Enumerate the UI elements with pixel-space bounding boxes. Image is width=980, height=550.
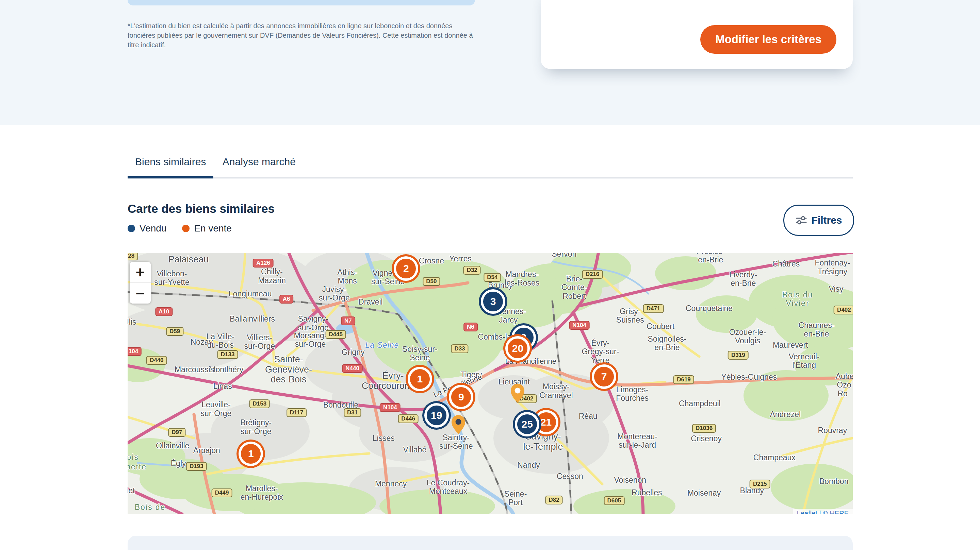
map-town-label: Crosne	[419, 257, 444, 265]
map-town-label: Presles- en-Brie	[696, 253, 725, 264]
map-town-label: Réau	[579, 412, 598, 420]
map-town-label: Soisy-sur- Seine	[402, 345, 438, 362]
map-marker-cluster[interactable]: 9	[449, 385, 473, 409]
map-town-label: Chaumes- en-Brie	[798, 321, 834, 338]
map-town-label: Limoges- Fourches	[616, 385, 649, 403]
map-town-label: Draveil	[358, 298, 383, 306]
road-shield-badge: D605	[604, 496, 625, 505]
map-town-label: Mennecy	[375, 480, 407, 488]
map-town-label: bette	[127, 463, 147, 471]
road-shield-badge: 28	[127, 253, 138, 260]
map-marker-cluster[interactable]: 20	[505, 336, 530, 361]
road-shield-badge: N7	[341, 317, 355, 325]
map-town-label: Servon	[552, 253, 576, 258]
map-attribution[interactable]: Leaflet | © HERE	[793, 509, 853, 514]
map-town-label: illet	[127, 487, 135, 495]
map-town-label: Chilly- Mazarin	[258, 268, 286, 285]
filters-button[interactable]: Filtres	[783, 204, 854, 236]
legend-label-en-vente: En vente	[194, 223, 232, 234]
map-town-label: Brétigny- sur-Orge	[240, 418, 272, 436]
map-town-label: Moissy- Cramayel	[539, 382, 573, 400]
map-town-label: Voisenon	[614, 476, 646, 484]
legend-item-vendu: Vendu	[127, 223, 166, 234]
map-town-label: Marolles- en-Hurepoix	[240, 484, 283, 501]
map-town-label: Aube	[836, 372, 853, 381]
map-town-label: Villabé	[403, 445, 427, 454]
map-town-label: Longjumeau	[229, 290, 272, 298]
map-town-label: Arpajon	[193, 446, 220, 455]
map-town-label: Ozouer-le- Voulgis	[729, 328, 766, 345]
estimation-disclaimer: *L'estimation du bien est calculée à par…	[127, 21, 475, 50]
modify-criteria-button[interactable]: Modifier les critères	[700, 25, 837, 54]
map-town-label: Ozo	[837, 381, 851, 389]
map-town-label: La Ville- du-Bois	[206, 333, 234, 350]
road-shield-badge: 104	[127, 347, 142, 356]
sale-dot-icon	[182, 225, 189, 232]
map-town-label: Montereau- sur-le-Jard	[617, 433, 657, 450]
map-town-label: Sainte- Geneviève- des-Bois	[265, 355, 312, 385]
road-shield-badge: D97	[168, 428, 185, 437]
map-water-label: La Seine	[366, 341, 399, 349]
road-shield-badge: D471	[643, 304, 664, 313]
map-marker-cluster[interactable]: 19	[424, 403, 449, 428]
map-town-label: Andrezel	[770, 411, 801, 419]
road-shield-badge: D446	[398, 414, 418, 423]
map-town-label: Châtres	[772, 260, 800, 268]
map-town-label: Palaiseau	[169, 255, 209, 265]
property-pin-icon[interactable]	[510, 384, 525, 404]
road-shield-badge: A126	[253, 259, 274, 268]
estimation-section: *L'estimation du bien est calculée à par…	[0, 0, 980, 125]
map-marker-cluster[interactable]: 1	[408, 367, 432, 391]
map-town-label: Verneuil- l'Étang	[789, 352, 820, 370]
map-marker-cluster[interactable]: 2	[394, 256, 418, 281]
map-town-label: Morsang- sur-Orge	[294, 331, 327, 349]
next-section-panel	[127, 536, 853, 550]
road-shield-badge: D117	[286, 408, 307, 417]
zoom-out-button[interactable]: −	[130, 283, 151, 304]
map-town-label: Égly	[171, 459, 186, 468]
map-legend: Vendu En vente	[127, 223, 247, 234]
legend-label-vendu: Vendu	[140, 223, 166, 234]
map-town-label: Fontenay- Trésigny	[815, 259, 850, 276]
road-shield-badge: D319	[728, 351, 749, 360]
similar-properties-map[interactable]: PalaiseauVillebon- sur-YvetteChilly- Maz…	[127, 253, 853, 514]
map-town-label: Liverdy- en-Brie	[729, 271, 757, 288]
road-shield-badge: D59	[166, 327, 183, 336]
property-pin-icon[interactable]	[451, 415, 466, 436]
map-zoom-control: + −	[130, 262, 151, 304]
map-town-label: Ro	[837, 390, 847, 398]
map-marker-cluster[interactable]: 1	[239, 442, 263, 466]
map-marker-cluster[interactable]: 7	[592, 365, 616, 389]
map-marker-cluster[interactable]: 25	[515, 412, 539, 436]
map-town-label: Cesson	[557, 472, 583, 481]
map-town-label: Champdeuil	[679, 399, 721, 408]
map-town-label: Juvisy- sur-Orge	[319, 285, 350, 303]
map-town-label: Nandy	[517, 461, 540, 469]
tab-analyse-marche[interactable]: Analyse marché	[215, 156, 303, 178]
road-shield-badge: D402	[834, 306, 853, 314]
tabs-bar: Biens similaires Analyse marché	[127, 156, 853, 179]
sliders-icon	[795, 214, 808, 227]
road-shield-badge: D50	[423, 277, 440, 286]
map-town-label: Lisses	[372, 434, 395, 442]
map-town-label: Seine- Port	[504, 490, 527, 507]
road-shield-badge: D193	[186, 462, 207, 471]
sold-dot-icon	[127, 225, 135, 232]
map-section-title: Carte des biens similaires	[127, 202, 275, 216]
zoom-in-button[interactable]: +	[130, 262, 151, 282]
map-marker-cluster[interactable]: 3	[481, 289, 505, 314]
road-shield-badge: D33	[451, 344, 468, 353]
road-shield-badge: D215	[749, 480, 770, 488]
map-town-label: Villebon- sur-Yvette	[154, 269, 189, 287]
road-shield-badge: D445	[325, 330, 346, 339]
map-town-label: Athis- Mons	[337, 268, 357, 285]
map-town-label: Ulis	[127, 318, 137, 327]
map-town-label: Le Coudray- Montceaux	[427, 479, 470, 496]
map-town-label: Linas	[213, 382, 232, 391]
map-town-label: Ballainvilliers	[230, 315, 275, 323]
map-town-label: Maurevert	[773, 341, 808, 349]
road-shield-badge: D133	[218, 350, 238, 359]
map-town-label: Visy	[829, 285, 843, 293]
road-shield-badge: D82	[545, 496, 563, 504]
tab-biens-similaires[interactable]: Biens similaires	[127, 156, 213, 178]
